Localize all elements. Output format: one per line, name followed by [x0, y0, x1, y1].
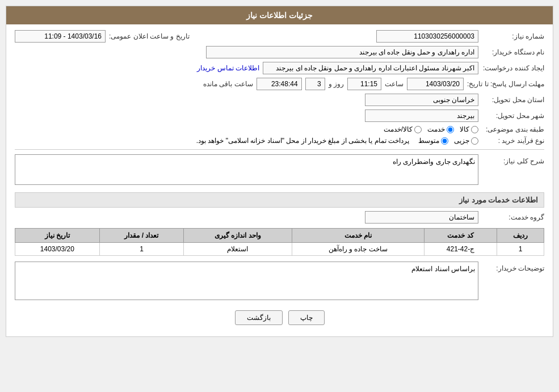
label-ostan: استان محل تحویل:: [482, 96, 544, 104]
td-tarikh: 1403/03/20: [15, 243, 100, 256]
back-button[interactable]: بازگشت: [235, 310, 283, 325]
label-jozi: جزیی: [454, 137, 469, 145]
desc-farayand: پرداخت تمام یا بخشی از مبلغ خریدار از مح…: [196, 137, 409, 145]
section-services: اطلاعات خدمات مورد نیاز: [15, 192, 544, 208]
page-title: جزئیات اطلاعات نیاز: [246, 11, 313, 20]
label-shahr: شهر محل تحویل:: [482, 112, 544, 120]
td-namKhedmat: ساخت جاده و راه‌آهن: [292, 243, 424, 256]
label-tarikh: تاریخ و ساعت اعلان عمومی:: [109, 32, 190, 40]
input-mohlat-time: [347, 78, 381, 90]
input-shomareNiaz: [376, 30, 478, 43]
td-radif: 1: [497, 243, 544, 256]
label-kala-khedmat: کالا/خدمت: [384, 125, 413, 133]
button-row: چاپ بازگشت: [15, 310, 544, 331]
label-mohlat-sa: ساعت: [385, 80, 404, 88]
label-groheKhedmat: گروه خدمت:: [482, 213, 544, 221]
row-tosih: توضیحات خریدار:: [15, 262, 544, 302]
row-shahr: شهر محل تحویل:: [15, 109, 544, 122]
label-namDastgah: نام دستگاه خریدار:: [482, 48, 544, 56]
link-etelaat[interactable]: اطلاعات تماس خریدار: [197, 64, 259, 72]
td-tedad: 1: [99, 243, 184, 256]
label-motavasset: متوسط: [418, 137, 439, 145]
radio-jozi[interactable]: [471, 137, 478, 145]
radio-group-farayand: جزیی متوسط: [418, 137, 478, 145]
textarea-sharhKoli: [15, 154, 478, 185]
input-ijadKonande: [263, 62, 478, 74]
table-header-row: ردیف کد خدمت نام خدمت واحد اندازه گیری ت…: [15, 229, 544, 243]
label-noeFarayand: نوع فرآیند خرید :: [482, 137, 544, 145]
radio-item-kala-khedmat: کالا/خدمت: [384, 125, 422, 133]
row-ostan: استان محل تحویل:: [15, 94, 544, 106]
th-kodKhedmat: کد خدمت: [424, 229, 497, 243]
radio-group-tabaqe: کالا خدمت کالا/خدمت: [384, 125, 478, 133]
content-area: شماره نیاز: تاریخ و ساعت اعلان عمومی: نا…: [6, 24, 553, 336]
input-ostan: [365, 94, 478, 106]
main-container: جزئیات اطلاعات نیاز شماره نیاز: تاریخ و …: [6, 6, 553, 337]
row-sharhKoli: شرح کلی نیاز:: [15, 154, 544, 187]
row-groheKhedmat: گروه خدمت:: [15, 211, 544, 224]
table-row: 1ج-42-421ساخت جاده و راه‌آهناستعلام11403…: [15, 243, 544, 256]
radio-khedmat[interactable]: [447, 126, 454, 133]
label-tosih: توضیحات خریدار:: [482, 262, 544, 272]
sharh-textarea-wrap: [15, 154, 478, 187]
label-sharhKoli: شرح کلی نیاز:: [482, 154, 544, 165]
th-vahed: واحد اندازه گیری: [184, 229, 292, 243]
radio-kala-khedmat[interactable]: [414, 126, 422, 133]
label-mohlat-roz: روز و: [329, 80, 344, 88]
row-ijadKonande: ایجاد کننده درخواست: اطلاعات تماس خریدار: [15, 62, 544, 74]
textarea-tosih: [15, 262, 478, 300]
radio-item-jozi: جزیی: [454, 137, 478, 145]
label-khedmat: خدمت: [427, 125, 445, 133]
page-header: جزئیات اطلاعات نیاز: [6, 6, 553, 24]
th-radif: ردیف: [497, 229, 544, 243]
radio-motavasset[interactable]: [441, 137, 448, 145]
th-tarikh: تاریخ نیاز: [15, 229, 100, 243]
row-tabaqe: طبقه بندی موضوعی: کالا خدمت کالا/خدمت: [15, 125, 544, 133]
row-namDastgah: نام دستگاه خریدار:: [15, 46, 544, 58]
input-groheKhedmat: [365, 211, 478, 224]
row-shomareNiaz: شماره نیاز: تاریخ و ساعت اعلان عمومی:: [15, 30, 544, 43]
input-mohlat-roz: [305, 78, 325, 90]
radio-item-motavasset: متوسط: [418, 137, 448, 145]
label-kala: کالا: [460, 125, 469, 133]
label-shomareNiaz: شماره نیاز:: [482, 32, 544, 40]
label-mohlat-remaining: ساعت باقی مانده: [203, 80, 253, 88]
input-namDastgah: [206, 46, 478, 58]
td-vahed: استعلام: [184, 243, 292, 256]
input-mohlat-remaining: [257, 78, 302, 90]
th-namKhedmat: نام خدمت: [292, 229, 424, 243]
row-noeFarayand: نوع فرآیند خرید : جزیی متوسط پرداخت تمام…: [15, 137, 544, 145]
services-table: ردیف کد خدمت نام خدمت واحد اندازه گیری ت…: [15, 228, 544, 256]
tosih-textarea-wrap: [15, 262, 478, 302]
radio-item-kala: کالا: [460, 125, 478, 133]
radio-item-khedmat: خدمت: [427, 125, 454, 133]
td-kodKhedmat: ج-42-421: [424, 243, 497, 256]
input-mohlat-date: [407, 78, 464, 90]
print-button[interactable]: چاپ: [288, 310, 325, 325]
label-ijadKonande: ایجاد کننده درخواست:: [482, 64, 544, 72]
input-tarikh: [15, 30, 106, 43]
label-mohlat: مهلت ارسال پاسخ: تا تاریخ:: [467, 80, 544, 88]
row-mohlat: مهلت ارسال پاسخ: تا تاریخ: ساعت روز و سا…: [15, 78, 544, 90]
th-tedad: تعداد / مقدار: [99, 229, 184, 243]
label-tabaqe: طبقه بندی موضوعی:: [482, 125, 544, 133]
radio-kala[interactable]: [471, 126, 478, 133]
input-shahr: [365, 109, 478, 122]
